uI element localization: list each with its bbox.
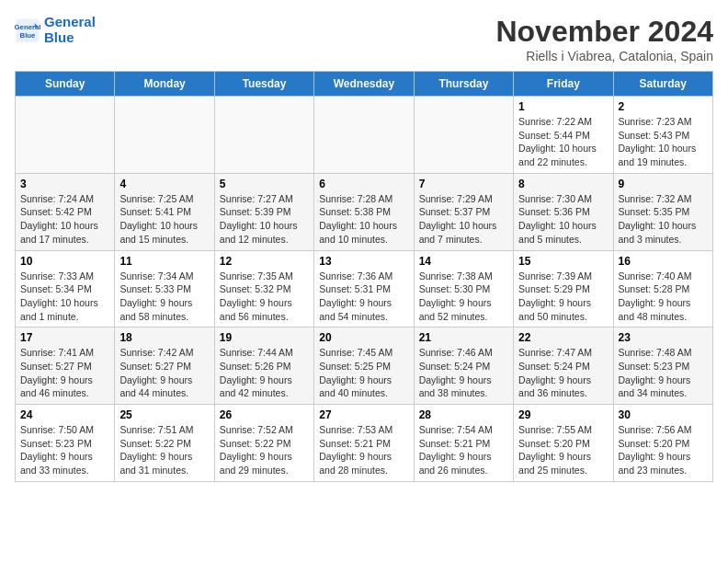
day-number: 8 <box>518 178 608 190</box>
day-info: Sunrise: 7:56 AM Sunset: 5:20 PM Dayligh… <box>619 423 708 477</box>
day-number: 18 <box>119 331 209 344</box>
calendar-cell: 12Sunrise: 7:35 AM Sunset: 5:32 PM Dayli… <box>214 250 313 327</box>
day-number: 28 <box>419 408 508 421</box>
calendar-week-row: 17Sunrise: 7:41 AM Sunset: 5:27 PM Dayli… <box>16 327 713 405</box>
calendar-cell: 16Sunrise: 7:40 AM Sunset: 5:28 PM Dayli… <box>613 250 712 327</box>
day-number: 1 <box>518 100 608 113</box>
day-number: 22 <box>518 331 608 344</box>
calendar-cell: 18Sunrise: 7:42 AM Sunset: 5:27 PM Dayli… <box>115 327 214 405</box>
calendar-cell: 21Sunrise: 7:46 AM Sunset: 5:24 PM Dayli… <box>414 327 513 405</box>
calendar-cell: 7Sunrise: 7:29 AM Sunset: 5:37 PM Daylig… <box>414 173 513 250</box>
calendar-cell: 14Sunrise: 7:38 AM Sunset: 5:30 PM Dayli… <box>414 250 513 327</box>
calendar-cell: 25Sunrise: 7:51 AM Sunset: 5:22 PM Dayli… <box>115 405 214 482</box>
calendar-title-block: November 2024 Riells i Viabrea, Cataloni… <box>495 15 713 63</box>
day-info: Sunrise: 7:22 AM Sunset: 5:44 PM Dayligh… <box>518 115 608 169</box>
logo-icon: General Blue <box>15 17 40 43</box>
day-info: Sunrise: 7:38 AM Sunset: 5:30 PM Dayligh… <box>419 270 508 324</box>
day-info: Sunrise: 7:33 AM Sunset: 5:34 PM Dayligh… <box>20 270 109 324</box>
day-number: 21 <box>419 331 508 344</box>
day-number: 9 <box>619 178 708 190</box>
calendar-cell: 11Sunrise: 7:34 AM Sunset: 5:33 PM Dayli… <box>115 250 214 327</box>
day-info: Sunrise: 7:46 AM Sunset: 5:24 PM Dayligh… <box>419 346 508 400</box>
calendar-cell <box>214 97 313 174</box>
calendar-week-row: 3Sunrise: 7:24 AM Sunset: 5:42 PM Daylig… <box>16 173 713 250</box>
calendar-cell: 22Sunrise: 7:47 AM Sunset: 5:24 PM Dayli… <box>514 327 613 405</box>
day-number: 6 <box>319 178 408 190</box>
location-subtitle: Riells i Viabrea, Catalonia, Spain <box>495 49 713 63</box>
weekday-header-sunday: Sunday <box>16 72 115 97</box>
page-header: General Blue General Blue November 2024 … <box>15 15 713 63</box>
calendar-cell: 5Sunrise: 7:27 AM Sunset: 5:39 PM Daylig… <box>214 173 313 250</box>
day-info: Sunrise: 7:54 AM Sunset: 5:21 PM Dayligh… <box>419 423 508 477</box>
calendar-week-row: 1Sunrise: 7:22 AM Sunset: 5:44 PM Daylig… <box>16 97 713 174</box>
day-number: 26 <box>220 408 309 421</box>
day-number: 2 <box>619 100 708 113</box>
day-number: 19 <box>220 331 309 344</box>
day-info: Sunrise: 7:44 AM Sunset: 5:26 PM Dayligh… <box>220 346 309 400</box>
calendar-cell: 10Sunrise: 7:33 AM Sunset: 5:34 PM Dayli… <box>16 250 115 327</box>
day-info: Sunrise: 7:48 AM Sunset: 5:23 PM Dayligh… <box>619 346 708 400</box>
day-number: 27 <box>319 408 408 421</box>
day-info: Sunrise: 7:52 AM Sunset: 5:22 PM Dayligh… <box>220 423 309 477</box>
calendar-cell: 1Sunrise: 7:22 AM Sunset: 5:44 PM Daylig… <box>514 97 613 174</box>
day-info: Sunrise: 7:35 AM Sunset: 5:32 PM Dayligh… <box>220 270 309 324</box>
day-info: Sunrise: 7:40 AM Sunset: 5:28 PM Dayligh… <box>619 270 708 324</box>
svg-text:Blue: Blue <box>20 30 37 39</box>
day-info: Sunrise: 7:53 AM Sunset: 5:21 PM Dayligh… <box>319 423 408 477</box>
calendar-cell: 28Sunrise: 7:54 AM Sunset: 5:21 PM Dayli… <box>414 405 513 482</box>
day-number: 25 <box>119 408 209 421</box>
weekday-header-wednesday: Wednesday <box>314 72 414 97</box>
weekday-header-thursday: Thursday <box>414 72 513 97</box>
calendar-cell: 13Sunrise: 7:36 AM Sunset: 5:31 PM Dayli… <box>314 250 414 327</box>
weekday-header-tuesday: Tuesday <box>214 72 313 97</box>
day-info: Sunrise: 7:28 AM Sunset: 5:38 PM Dayligh… <box>319 192 408 247</box>
logo: General Blue General Blue <box>15 15 96 45</box>
day-number: 5 <box>220 178 309 190</box>
day-number: 16 <box>619 255 708 268</box>
day-info: Sunrise: 7:51 AM Sunset: 5:22 PM Dayligh… <box>119 423 209 477</box>
day-info: Sunrise: 7:24 AM Sunset: 5:42 PM Dayligh… <box>20 192 109 247</box>
day-info: Sunrise: 7:34 AM Sunset: 5:33 PM Dayligh… <box>119 270 209 324</box>
day-number: 13 <box>319 255 408 268</box>
logo-text: General Blue <box>44 15 96 45</box>
day-info: Sunrise: 7:36 AM Sunset: 5:31 PM Dayligh… <box>319 270 408 324</box>
day-number: 12 <box>220 255 309 268</box>
calendar-cell <box>16 97 115 174</box>
day-number: 30 <box>619 408 708 421</box>
day-info: Sunrise: 7:29 AM Sunset: 5:37 PM Dayligh… <box>419 192 508 247</box>
day-info: Sunrise: 7:41 AM Sunset: 5:27 PM Dayligh… <box>20 346 109 400</box>
calendar-cell <box>314 97 414 174</box>
day-info: Sunrise: 7:50 AM Sunset: 5:23 PM Dayligh… <box>20 423 109 477</box>
calendar-week-row: 10Sunrise: 7:33 AM Sunset: 5:34 PM Dayli… <box>16 250 713 327</box>
day-number: 17 <box>20 331 109 344</box>
day-number: 24 <box>20 408 109 421</box>
day-info: Sunrise: 7:23 AM Sunset: 5:43 PM Dayligh… <box>619 115 708 169</box>
month-title: November 2024 <box>495 15 713 49</box>
calendar-cell: 15Sunrise: 7:39 AM Sunset: 5:29 PM Dayli… <box>514 250 613 327</box>
day-number: 10 <box>20 255 109 268</box>
day-number: 23 <box>619 331 708 344</box>
day-number: 4 <box>119 178 209 190</box>
weekday-header-saturday: Saturday <box>613 72 712 97</box>
calendar-cell: 9Sunrise: 7:32 AM Sunset: 5:35 PM Daylig… <box>613 173 712 250</box>
day-number: 20 <box>319 331 408 344</box>
day-number: 29 <box>518 408 608 421</box>
day-info: Sunrise: 7:55 AM Sunset: 5:20 PM Dayligh… <box>518 423 608 477</box>
calendar-cell: 23Sunrise: 7:48 AM Sunset: 5:23 PM Dayli… <box>613 327 712 405</box>
calendar-cell: 24Sunrise: 7:50 AM Sunset: 5:23 PM Dayli… <box>16 405 115 482</box>
calendar-cell: 26Sunrise: 7:52 AM Sunset: 5:22 PM Dayli… <box>214 405 313 482</box>
calendar-cell: 17Sunrise: 7:41 AM Sunset: 5:27 PM Dayli… <box>16 327 115 405</box>
day-number: 15 <box>518 255 608 268</box>
calendar-cell: 29Sunrise: 7:55 AM Sunset: 5:20 PM Dayli… <box>514 405 613 482</box>
calendar-cell: 2Sunrise: 7:23 AM Sunset: 5:43 PM Daylig… <box>613 97 712 174</box>
calendar-cell: 4Sunrise: 7:25 AM Sunset: 5:41 PM Daylig… <box>115 173 214 250</box>
weekday-header-friday: Friday <box>514 72 613 97</box>
calendar-cell: 27Sunrise: 7:53 AM Sunset: 5:21 PM Dayli… <box>314 405 414 482</box>
day-info: Sunrise: 7:25 AM Sunset: 5:41 PM Dayligh… <box>119 192 209 247</box>
day-info: Sunrise: 7:27 AM Sunset: 5:39 PM Dayligh… <box>220 192 309 247</box>
weekday-header-monday: Monday <box>115 72 214 97</box>
calendar-cell <box>115 97 214 174</box>
day-info: Sunrise: 7:30 AM Sunset: 5:36 PM Dayligh… <box>518 192 608 247</box>
calendar-cell: 20Sunrise: 7:45 AM Sunset: 5:25 PM Dayli… <box>314 327 414 405</box>
calendar-cell: 3Sunrise: 7:24 AM Sunset: 5:42 PM Daylig… <box>16 173 115 250</box>
